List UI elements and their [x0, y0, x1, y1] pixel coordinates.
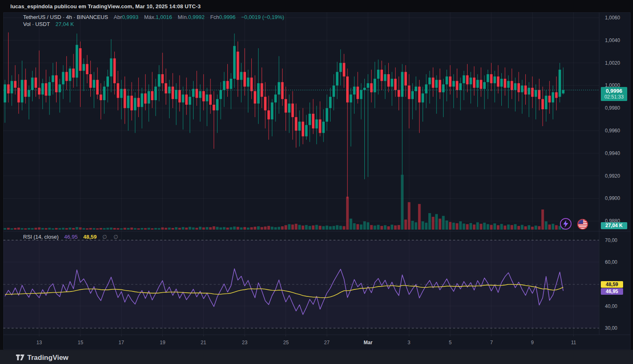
time-tick-label: 21 [201, 340, 206, 345]
close-pair: Fch0,9996 [210, 14, 235, 20]
last-price-value: 0,9996 [601, 88, 627, 94]
time-tick-label: 17 [118, 340, 124, 345]
lightning-icon[interactable] [560, 218, 572, 230]
rsi-tick-label: 60,00 [605, 259, 617, 265]
rsi-tick-label: 70,00 [605, 237, 617, 243]
time-tick-label: 19 [160, 340, 165, 345]
low-pair: Mín.0,9992 [178, 14, 205, 20]
time-tick-label: 27 [324, 340, 329, 345]
time-tick-label: Mar [364, 340, 372, 345]
price-tick-label: 1,0000 [605, 82, 620, 88]
high-pair: Máx.1,0016 [144, 14, 172, 20]
us-flag-icon[interactable] [577, 219, 588, 230]
open-pair: Abr0,9993 [114, 14, 139, 20]
publish-caption: lucas_espindola publicou em TradingView.… [10, 3, 201, 9]
time-tick-label: 25 [283, 340, 288, 345]
price-tick-label: 1,0060 [605, 15, 620, 21]
time-tick-label: 7 [490, 340, 493, 345]
price-tick-label: 1,0040 [605, 38, 620, 43]
last-price-badge: 0,9996 02:51:33 [601, 87, 627, 101]
time-tick-label: 13 [36, 340, 42, 345]
rsi-value: 46,95 [64, 234, 78, 240]
time-tick-label: 5 [449, 340, 452, 345]
price-tick-label: 0,9920 [605, 173, 620, 179]
chart-widget[interactable] [3, 12, 631, 350]
price-tick-label: 0,9940 [605, 150, 620, 156]
symbol-title[interactable]: TetherUS / USD · 4h · BINANCEUS [23, 14, 108, 20]
price-tick-label: 0,9880 [605, 218, 620, 224]
rsi-value-axis-badge: 46,95 [601, 288, 623, 295]
time-tick-label: 9 [531, 340, 534, 345]
change-value: −0,0019 (−0,19%) [241, 14, 284, 20]
price-tick-label: 0,9980 [605, 105, 620, 111]
bar-countdown: 02:51:33 [601, 94, 627, 100]
time-tick-label: 11 [571, 340, 576, 345]
rsi-legend-row[interactable]: RSI (14, close) 46,95 48,59 ∅ ∅ [23, 234, 120, 240]
brand-name[interactable]: TradingView [27, 354, 68, 362]
rsi-ma-axis-badge: 48,59 [601, 281, 623, 288]
symbol-legend-row[interactable]: TetherUS / USD · 4h · BINANCEUS Abr0,999… [23, 14, 284, 20]
price-tick-label: 1,0020 [605, 60, 620, 66]
price-tick-label: 0,9960 [605, 128, 620, 134]
volume-label: Vol · USDT [23, 21, 50, 27]
screenshot-root: lucas_espindola publicou em TradingView.… [0, 0, 633, 364]
rsi-tick-label: 40,00 [605, 303, 617, 309]
publish-header-bar: lucas_espindola publicou em TradingView.… [0, 0, 633, 12]
footer-bar: TradingView [0, 350, 633, 364]
price-tick-label: 0,9900 [605, 195, 620, 201]
volume-legend-row[interactable]: Vol · USDT 27,04 K [23, 21, 74, 27]
lightning-bolt-glyph [561, 219, 571, 229]
flag-canton [578, 220, 583, 224]
tradingview-logo-icon[interactable] [16, 353, 25, 362]
time-tick-label: 3 [408, 340, 411, 345]
time-tick-label: 15 [78, 340, 83, 345]
rsi-ma-value: 48,59 [83, 234, 97, 240]
time-tick-label: 23 [242, 340, 247, 345]
rsi-tick-label: 30,00 [605, 325, 617, 331]
rsi-title[interactable]: RSI (14, close) [23, 234, 59, 240]
rsi-hidden-values: ∅ ∅ [102, 234, 120, 240]
volume-value: 27,04 K [55, 21, 74, 27]
time-scale-axis[interactable] [3, 335, 631, 350]
